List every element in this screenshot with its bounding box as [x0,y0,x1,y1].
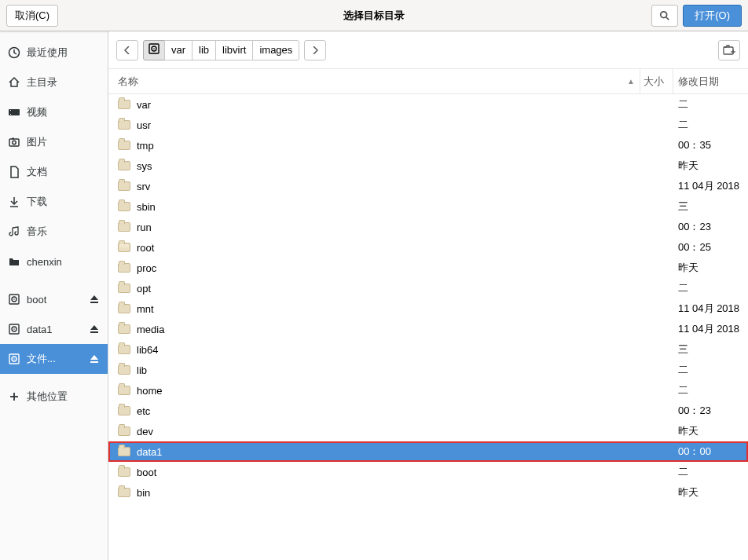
sidebar-item-音乐[interactable]: 音乐 [0,217,108,247]
chevron-left-icon [124,46,130,54]
eject-icon[interactable] [89,294,100,305]
file-row[interactable]: dev昨天 [108,421,748,441]
sidebar-item-boot[interactable]: boot [0,284,108,314]
file-row[interactable]: sbin三 [108,196,748,217]
path-forward-button[interactable] [304,40,326,60]
dialog-title: 选择目标目录 [0,9,748,23]
file-list[interactable]: var二usr二tmp00：35sys昨天srv11 04月 2018sbin三… [108,94,748,560]
file-row[interactable]: lib64三 [108,339,748,360]
sidebar-item-label: 主目录 [27,75,100,90]
folder-icon [8,255,20,268]
file-date: 00：23 [673,404,748,418]
file-date: 二 [673,383,748,397]
file-date: 11 04月 2018 [673,179,748,193]
file-row[interactable]: home二 [108,380,748,401]
file-row[interactable]: opt二 [108,278,748,298]
clock-icon [8,46,20,59]
file-row[interactable]: sys昨天 [108,156,748,176]
file-name: dev [137,426,153,437]
sidebar-item-文档[interactable]: 文档 [0,157,108,187]
path-back-button[interactable] [116,40,138,60]
disk-icon [8,293,20,306]
sidebar-item-label: 最近使用 [27,46,100,60]
sidebar-item-最近使用[interactable]: 最近使用 [0,38,108,68]
dialog-header: 取消(C) 选择目标目录 打开(O) [0,0,748,31]
file-row[interactable]: boot二 [108,462,748,482]
sidebar-item-其他位置[interactable]: 其他位置 [0,382,108,412]
chevron-right-icon [312,46,318,54]
file-row[interactable]: etc00：23 [108,401,748,421]
file-row[interactable]: run00：23 [108,217,748,237]
path-segment-var[interactable]: var [164,40,192,60]
svg-rect-6 [9,139,19,146]
svg-point-7 [13,141,16,144]
column-headers: 名称▲ 大小 修改日期 [108,69,748,94]
sidebar-item-视频[interactable]: 视频 [0,97,108,127]
folder-icon [118,161,130,170]
path-segment-disk[interactable] [143,40,165,60]
home-icon [8,76,20,89]
svg-rect-16 [90,331,98,333]
folder-icon [118,304,130,313]
svg-rect-20 [90,361,98,363]
sidebar-item-文件...[interactable]: 文件... [0,344,108,374]
eject-icon[interactable] [89,353,100,364]
folder-icon [118,324,130,334]
file-row[interactable]: lib二 [108,360,748,380]
cancel-button[interactable]: 取消(C) [6,5,58,27]
svg-point-15 [13,328,15,330]
path-segment-images[interactable]: images [252,40,299,60]
path-segment-lib[interactable]: lib [192,40,216,60]
file-date: 二 [673,465,748,479]
svg-rect-8 [12,138,14,140]
file-row[interactable]: media11 04月 2018 [108,319,748,339]
sidebar-item-chenxin[interactable]: chenxin [0,247,108,276]
file-row[interactable]: tmp00：35 [108,135,748,156]
file-row[interactable]: srv11 04月 2018 [108,176,748,196]
file-name: opt [137,283,151,295]
sidebar-item-label: 下载 [27,195,100,209]
eject-icon[interactable] [89,324,100,335]
file-row[interactable]: root00：25 [108,237,748,258]
file-row[interactable]: mnt11 04月 2018 [108,298,748,319]
file-name: tmp [137,140,154,152]
folder-icon [118,222,130,232]
file-row[interactable]: var二 [108,94,748,115]
file-row[interactable]: proc昨天 [108,258,748,278]
column-size[interactable]: 大小 [640,69,673,93]
folder-icon [118,488,130,497]
new-folder-icon [723,45,735,56]
file-date: 二 [673,281,748,295]
sidebar-item-label: boot [27,294,82,306]
create-folder-button[interactable] [718,40,740,60]
svg-point-0 [661,11,667,17]
file-date: 昨天 [673,424,748,438]
file-name: root [137,242,154,254]
column-name[interactable]: 名称▲ [108,69,640,93]
sidebar-item-图片[interactable]: 图片 [0,127,108,157]
column-modified[interactable]: 修改日期 [673,69,748,93]
folder-icon [118,243,130,252]
disk-icon [148,42,160,57]
file-row[interactable]: usr二 [108,115,748,135]
file-date: 二 [673,118,748,132]
open-button[interactable]: 打开(O) [683,5,742,27]
svg-line-1 [666,16,669,20]
file-date: 11 04月 2018 [673,322,748,336]
sidebar-item-下载[interactable]: 下载 [0,187,108,217]
disk-icon [8,353,20,365]
search-button[interactable] [651,5,678,27]
sidebar-item-主目录[interactable]: 主目录 [0,68,108,97]
file-date: 昨天 [673,159,748,173]
file-date: 00：00 [673,445,748,459]
file-row[interactable]: bin昨天 [108,482,748,503]
doc-icon [8,166,20,178]
sidebar-item-label: chenxin [27,256,100,268]
path-bar: varliblibvirtimages [108,31,748,69]
file-name: srv [137,181,150,192]
sidebar-item-data1[interactable]: data1 [0,314,108,344]
folder-icon [118,120,130,130]
file-row[interactable]: data100：00 [108,441,748,462]
path-segment-libvirt[interactable]: libvirt [215,40,253,60]
folder-icon [118,365,130,375]
